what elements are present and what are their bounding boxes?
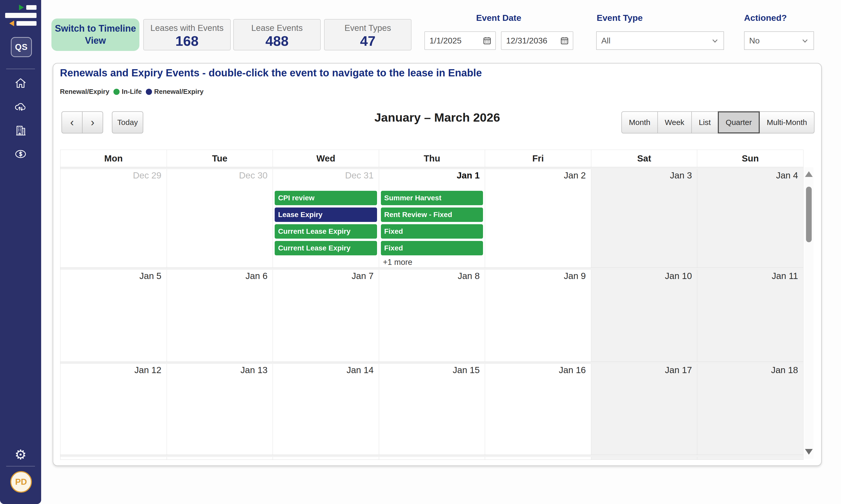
- event-date-from-input[interactable]: 1/1/2025: [424, 31, 496, 50]
- legend-dot-navy: [146, 89, 152, 95]
- calendar-week-row-1: Dec 29Dec 30Dec 31CPI reviewLease Expiry…: [60, 167, 803, 267]
- event-type-value: All: [601, 36, 611, 46]
- day-header-fri: Fri: [485, 150, 591, 167]
- calendar-day-cell[interactable]: Jan 15: [379, 362, 485, 455]
- calendar-day-cell[interactable]: [697, 455, 803, 460]
- calendar-day-cell[interactable]: Jan 14: [273, 362, 379, 455]
- day-number: Jan 3: [670, 170, 692, 181]
- home-icon[interactable]: [14, 77, 27, 89]
- day-number: Jan 9: [564, 271, 586, 281]
- stat-card-lease-events: Lease Events 488: [233, 19, 321, 50]
- event-type-label: Event Type: [597, 13, 643, 23]
- day-number: Jan 7: [352, 271, 374, 281]
- app-logo: [5, 5, 37, 29]
- calendar-day-cell[interactable]: [485, 455, 591, 460]
- calendar-day-cell[interactable]: Jan 6: [167, 268, 273, 362]
- workspace-badge[interactable]: QS: [11, 37, 32, 57]
- day-number: Jan 4: [776, 170, 798, 181]
- calendar-event[interactable]: Fixed: [381, 224, 483, 239]
- calendar-event[interactable]: Fixed: [381, 241, 483, 255]
- day-header-tue: Tue: [167, 150, 273, 167]
- event-date-to-input[interactable]: 12/31/2036: [501, 31, 573, 50]
- calendar-event[interactable]: Lease Expiry: [275, 208, 377, 222]
- calendar-day-cell[interactable]: Jan 13: [167, 362, 273, 455]
- event-date-from-value: 1/1/2025: [430, 36, 462, 46]
- view-button-multi-month[interactable]: Multi-Month: [759, 111, 815, 133]
- calendar-event[interactable]: CPI review: [275, 191, 377, 205]
- scroll-up-icon[interactable]: [805, 171, 813, 177]
- calendar-day-cell[interactable]: Jan 9: [485, 268, 591, 362]
- view-button-week[interactable]: Week: [657, 111, 692, 133]
- calendar-day-cell[interactable]: Jan 16: [485, 362, 591, 455]
- event-date-label: Event Date: [424, 13, 573, 23]
- chevron-down-icon: [801, 37, 809, 44]
- calendar-day-cell[interactable]: Jan 12: [60, 362, 167, 455]
- switch-to-timeline-button[interactable]: Switch to Timeline View: [51, 19, 139, 51]
- calendar-day-cell[interactable]: [60, 455, 167, 460]
- day-number: Jan 2: [564, 170, 586, 181]
- day-number: Jan 15: [453, 365, 480, 375]
- stat-card-leases-with-events: Leases with Events 168: [143, 19, 231, 50]
- calendar-day-cell[interactable]: Jan 4: [697, 167, 803, 267]
- calendar-day-cell[interactable]: [167, 455, 273, 460]
- view-button-month[interactable]: Month: [621, 111, 658, 133]
- calendar-day-cell[interactable]: Jan 3: [591, 167, 697, 267]
- building-icon[interactable]: [14, 124, 27, 137]
- calendar-day-cell[interactable]: Jan 10: [591, 268, 697, 362]
- sidebar: QS ⚙ PD: [0, 0, 41, 504]
- calendar-day-cell[interactable]: Jan 8: [379, 268, 485, 362]
- view-button-list[interactable]: List: [691, 111, 718, 133]
- day-number: Jan 12: [134, 365, 161, 375]
- calendar-day-cell[interactable]: [273, 455, 379, 460]
- more-events-link[interactable]: +1 more: [383, 258, 485, 267]
- dollar-icon[interactable]: [14, 148, 27, 160]
- day-number: Jan 18: [771, 365, 798, 375]
- stat-value: 47: [325, 33, 411, 49]
- stat-card-event-types: Event Types 47: [324, 19, 411, 50]
- calendar-week-row-partial: [60, 455, 803, 460]
- calendar-day-cell[interactable]: Jan 7: [273, 268, 379, 362]
- day-number: Jan 10: [665, 271, 692, 281]
- day-events: Summer HarvestRent Review - FixedFixedFi…: [379, 191, 485, 267]
- calendar-panel: Renewals and Expiry Events - double-clic…: [53, 63, 822, 466]
- actioned-value: No: [749, 36, 760, 46]
- day-number: Jan 6: [246, 271, 268, 281]
- settings-gear-icon[interactable]: ⚙: [0, 447, 41, 462]
- logo-green-triangle: [19, 5, 24, 10]
- day-number: Jan 11: [772, 271, 798, 281]
- calendar-day-cell[interactable]: [591, 455, 697, 460]
- calendar-event[interactable]: Summer Harvest: [381, 191, 483, 205]
- sidebar-nav: [0, 77, 41, 160]
- cloud-sync-icon[interactable]: [14, 100, 27, 113]
- calendar-day-cell[interactable]: Jan 5: [60, 268, 167, 362]
- calendar-day-cell[interactable]: Jan 2: [485, 167, 591, 267]
- calendar-day-cell[interactable]: Jan 1Summer HarvestRent Review - FixedFi…: [379, 167, 485, 267]
- view-button-quarter[interactable]: Quarter: [718, 111, 760, 133]
- event-type-dropdown[interactable]: All: [596, 31, 724, 50]
- calendar-event[interactable]: Current Lease Expiry: [275, 241, 377, 255]
- calendar-legend: Renewal/Expiry In-Life Renewal/Expiry: [60, 88, 203, 96]
- legend-series-label: Renewal/Expiry: [60, 88, 109, 96]
- calendar-day-cell[interactable]: [379, 455, 485, 460]
- calendar-day-cell[interactable]: Dec 31CPI reviewLease ExpiryCurrent Leas…: [273, 167, 379, 267]
- user-avatar[interactable]: PD: [10, 471, 32, 493]
- calendar-day-cell[interactable]: Dec 29: [60, 167, 167, 267]
- stat-label: Event Types: [325, 23, 411, 33]
- calendar-grid: MonTueWedThuFriSatSun Dec 29Dec 30Dec 31…: [60, 150, 803, 460]
- calendar-week-row-3: Jan 12Jan 13Jan 14Jan 15Jan 16Jan 17Jan …: [60, 362, 803, 455]
- calendar-day-cell[interactable]: Jan 17: [591, 362, 697, 455]
- actioned-dropdown[interactable]: No: [744, 31, 814, 50]
- calendar-event[interactable]: Current Lease Expiry: [275, 224, 377, 239]
- calendar-event[interactable]: Rent Review - Fixed: [381, 208, 483, 222]
- calendar-day-cell[interactable]: Jan 18: [697, 362, 803, 455]
- day-header-thu: Thu: [379, 150, 485, 167]
- scroll-down-icon[interactable]: [805, 449, 813, 455]
- calendar-day-cell[interactable]: Jan 11: [697, 268, 803, 362]
- calendar-day-cell[interactable]: Dec 30: [167, 167, 273, 267]
- stat-label: Leases with Events: [144, 23, 230, 33]
- stat-label: Lease Events: [234, 23, 320, 33]
- day-events: CPI reviewLease ExpiryCurrent Lease Expi…: [273, 191, 379, 255]
- scrollbar-thumb[interactable]: [806, 187, 812, 242]
- day-header-sat: Sat: [591, 150, 697, 167]
- day-header-sun: Sun: [697, 150, 803, 167]
